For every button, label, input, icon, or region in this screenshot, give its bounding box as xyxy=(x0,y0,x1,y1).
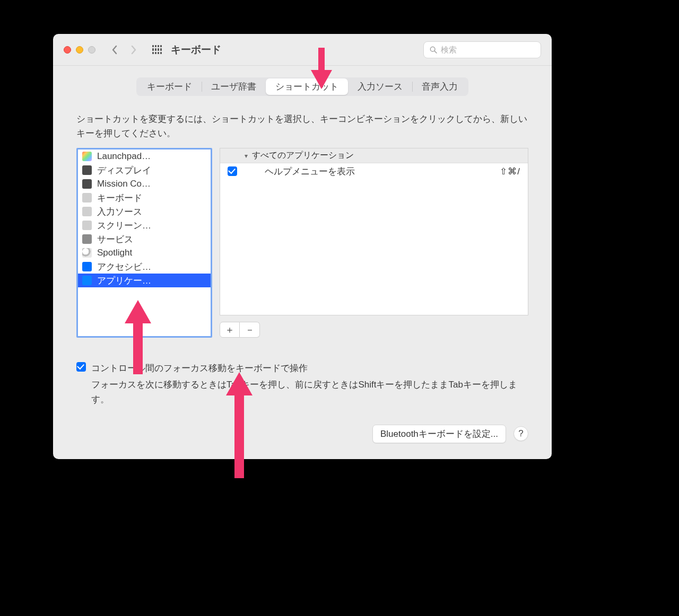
shortcut-list[interactable]: ▾ すべてのアプリケーション ヘルプメニューを表示⇧⌘/ xyxy=(220,148,528,315)
shortcut-detail-pane: ▾ すべてのアプリケーション ヘルプメニューを表示⇧⌘/ ＋ － xyxy=(220,148,528,338)
keyboard-icon xyxy=(82,193,92,203)
close-window-button[interactable] xyxy=(64,46,71,54)
window-controls xyxy=(64,46,95,54)
sidebar-item-8[interactable]: アクセシビ… xyxy=(78,260,211,274)
shortcut-label: ヘルプメニューを表示 xyxy=(265,165,492,178)
sidebar-item-label: アプリケー… xyxy=(97,275,151,287)
back-button[interactable] xyxy=(107,42,122,57)
preferences-window: キーボード キーボードユーザ辞書ショートカット入力ソース音声入力 ショートカット… xyxy=(53,34,552,459)
sidebar-item-label: サービス xyxy=(97,233,133,245)
shortcut-enabled-checkbox[interactable] xyxy=(228,166,237,176)
sidebar-item-4[interactable]: 入力ソース xyxy=(78,205,211,218)
chevron-down-icon: ▾ xyxy=(245,152,248,160)
keyboard-navigation-label: コントロール間のフォーカス移動をキーボードで操作 xyxy=(91,362,308,374)
window-title: キーボード xyxy=(171,43,221,57)
launchpad-icon xyxy=(82,152,92,161)
keyboard-navigation-description: フォーカスを次に移動するときはTabキーを押し、前に戻すときはShiftキーを押… xyxy=(91,377,528,406)
display-icon xyxy=(82,165,92,175)
sidebar-item-label: Launchpad… xyxy=(97,151,151,162)
sidebar-item-label: 入力ソース xyxy=(97,206,142,218)
shortcut-group-row[interactable]: ▾ すべてのアプリケーション xyxy=(220,148,528,163)
bluetooth-keyboard-button[interactable]: Bluetoothキーボードを設定... xyxy=(372,425,506,443)
services-icon xyxy=(82,234,92,244)
help-button[interactable]: ? xyxy=(513,426,528,441)
sidebar-item-0[interactable]: Launchpad… xyxy=(78,149,211,163)
tab-2[interactable]: ショートカット xyxy=(266,78,348,95)
sidebar-item-label: アクセシビ… xyxy=(97,261,151,273)
sidebar-item-label: ディスプレイ xyxy=(97,164,151,177)
forward-button[interactable] xyxy=(126,42,141,57)
screenshot-icon xyxy=(82,221,92,230)
spotlight-icon xyxy=(82,248,92,258)
shortcut-category-list[interactable]: Launchpad…ディスプレイMission Co…キーボード入力ソーススクリ… xyxy=(76,148,212,338)
tab-1[interactable]: ユーザ辞書 xyxy=(202,78,266,95)
tab-3[interactable]: 入力ソース xyxy=(348,78,412,95)
show-all-button[interactable] xyxy=(151,43,163,56)
add-remove-buttons: ＋ － xyxy=(220,322,528,338)
sidebar-item-label: Spotlight xyxy=(97,248,132,258)
tabs-row: キーボードユーザ辞書ショートカット入力ソース音声入力 xyxy=(53,66,552,99)
toolbar: キーボード xyxy=(53,34,552,66)
sidebar-item-1[interactable]: ディスプレイ xyxy=(78,163,211,177)
instructions-text: ショートカットを変更するには、ショートカットを選択し、キーコンビネーションをクリ… xyxy=(76,112,528,140)
sidebar-item-label: スクリーン… xyxy=(97,219,151,232)
sidebar-item-2[interactable]: Mission Co… xyxy=(78,177,211,191)
search-input[interactable] xyxy=(441,45,535,54)
tab-4[interactable]: 音声入力 xyxy=(412,78,467,95)
sidebar-item-9[interactable]: アプリケー… xyxy=(78,274,211,287)
add-shortcut-button[interactable]: ＋ xyxy=(220,322,240,338)
sidebar-item-6[interactable]: サービス xyxy=(78,232,211,246)
search-field-wrap[interactable] xyxy=(423,41,541,58)
keyboard-navigation-checkbox[interactable] xyxy=(76,362,86,372)
app-shortcuts-icon xyxy=(82,276,92,285)
sidebar-item-label: Mission Co… xyxy=(97,179,151,189)
input-source-icon xyxy=(82,207,92,216)
search-icon xyxy=(429,46,438,54)
grid-icon xyxy=(152,45,162,55)
minimize-window-button[interactable] xyxy=(76,46,83,54)
tabs-segmented-control[interactable]: キーボードユーザ辞書ショートカット入力ソース音声入力 xyxy=(136,77,468,96)
accessibility-icon xyxy=(82,262,92,271)
keyboard-navigation-checkbox-row: コントロール間のフォーカス移動をキーボードで操作 xyxy=(76,362,528,374)
bottom-buttons-row: Bluetoothキーボードを設定... ? xyxy=(76,425,528,443)
sidebar-item-7[interactable]: Spotlight xyxy=(78,246,211,260)
shortcut-keys[interactable]: ⇧⌘/ xyxy=(500,166,520,177)
svg-line-1 xyxy=(434,51,437,53)
remove-shortcut-button[interactable]: － xyxy=(240,322,260,338)
shortcut-group-label: すべてのアプリケーション xyxy=(252,150,354,161)
nav-buttons xyxy=(107,42,141,57)
tab-0[interactable]: キーボード xyxy=(137,78,202,95)
sidebar-item-3[interactable]: キーボード xyxy=(78,191,211,205)
shortcut-row[interactable]: ヘルプメニューを表示⇧⌘/ xyxy=(220,163,528,179)
sidebar-item-label: キーボード xyxy=(97,192,142,204)
zoom-window-button xyxy=(88,46,95,54)
mission-control-icon xyxy=(82,179,92,189)
sidebar-item-5[interactable]: スクリーン… xyxy=(78,218,211,232)
